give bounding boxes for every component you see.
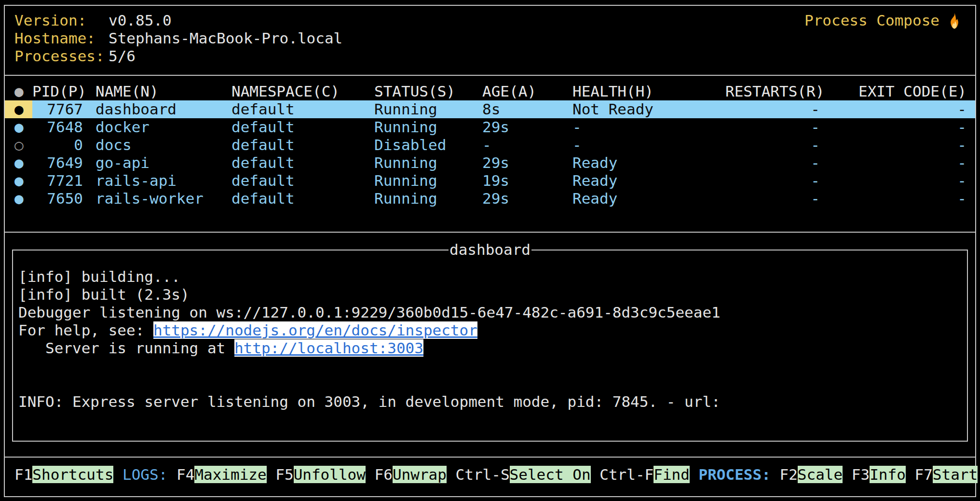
process-status-dot-icon: ○ bbox=[5, 136, 32, 154]
footer-section-label: LOGS: bbox=[122, 466, 167, 483]
process-age: 29s bbox=[482, 118, 572, 136]
process-row[interactable]: ● 7649 go-api default Running 29s Ready … bbox=[5, 154, 975, 172]
app-title: Process Compose bbox=[804, 12, 962, 29]
process-exit-code: - bbox=[825, 154, 974, 172]
footer-key-label: Ctrl-F bbox=[599, 466, 653, 483]
process-exit-code: - bbox=[825, 100, 974, 118]
footer-action-badge[interactable]: Start bbox=[933, 466, 978, 483]
process-status-dot-icon: ● bbox=[5, 154, 32, 172]
process-namespace: default bbox=[231, 100, 374, 118]
process-health: Ready bbox=[572, 190, 725, 208]
log-section: dashboard [info] building...[info] built… bbox=[5, 232, 975, 457]
process-name: rails-worker bbox=[83, 190, 231, 208]
footer-key-label: Ctrl-S bbox=[456, 466, 510, 483]
log-line: Server is running at http://localhost:30… bbox=[18, 339, 962, 357]
process-row[interactable]: ○ 0 docs default Disabled - - - - bbox=[5, 136, 975, 154]
process-status: Running bbox=[374, 100, 482, 118]
footer-spacer bbox=[447, 466, 456, 483]
process-age: 29s bbox=[482, 190, 572, 208]
process-row[interactable]: ● 7650 rails-worker default Running 29s … bbox=[5, 190, 975, 208]
process-restarts: - bbox=[725, 154, 825, 172]
hostname-row: Hostname: Stephans-MacBook-Pro.local bbox=[14, 29, 975, 47]
log-panel: dashboard [info] building...[info] built… bbox=[12, 250, 968, 442]
log-text: [info] built (2.3s) bbox=[18, 286, 190, 303]
process-status-dot-icon: ● bbox=[5, 100, 32, 118]
process-status: Running bbox=[374, 118, 482, 136]
processes-label: Processes: bbox=[14, 47, 109, 65]
footer-section-label: PROCESS: bbox=[699, 466, 771, 483]
process-exit-code: - bbox=[825, 136, 974, 154]
footer-key-label: F4 bbox=[177, 466, 194, 483]
process-restarts: - bbox=[725, 190, 825, 208]
header-status-dot-icon: ● bbox=[5, 83, 32, 100]
process-table-body: ● 7767 dashboard default Running 8s Not … bbox=[5, 100, 975, 208]
column-header-age[interactable]: AGE(A) bbox=[482, 83, 572, 100]
footer-action-badge[interactable]: Scale bbox=[798, 466, 843, 483]
footer-spacer bbox=[366, 466, 375, 483]
footer-key-label: F1 bbox=[14, 466, 32, 483]
process-namespace: default bbox=[231, 172, 374, 190]
log-line: INFO: Express server listening on 3003, … bbox=[18, 393, 962, 411]
process-status: Disabled bbox=[374, 136, 482, 154]
footer-spacer bbox=[591, 466, 600, 483]
log-text: [info] building... bbox=[18, 268, 180, 285]
footer-action-badge[interactable]: Unwrap bbox=[393, 466, 447, 483]
footer-action-badge[interactable]: Find bbox=[653, 466, 690, 483]
log-text: Server is running at bbox=[18, 339, 234, 357]
hostname-value: Stephans-MacBook-Pro.local bbox=[109, 29, 342, 47]
process-status-dot-icon: ● bbox=[5, 118, 32, 136]
process-health: Ready bbox=[572, 172, 725, 190]
process-pid: 7650 bbox=[32, 190, 83, 208]
log-link[interactable]: https://nodejs.org/en/docs/inspector bbox=[153, 321, 477, 339]
log-line: [info] building... bbox=[18, 268, 962, 286]
column-header-restarts[interactable]: RESTARTS(R) bbox=[725, 83, 825, 100]
process-exit-code: - bbox=[825, 118, 974, 136]
process-age: 8s bbox=[482, 100, 572, 118]
footer-action-badge[interactable]: Info bbox=[870, 466, 906, 483]
footer-key-label: F5 bbox=[275, 466, 293, 483]
processes-value: 5/6 bbox=[109, 47, 136, 65]
process-exit-code: - bbox=[825, 190, 974, 208]
info-panel: Version: v0.85.0 Hostname: Stephans-MacB… bbox=[5, 6, 975, 75]
column-header-health[interactable]: HEALTH(H) bbox=[572, 83, 725, 100]
process-row[interactable]: ● 7721 rails-api default Running 19s Rea… bbox=[5, 172, 975, 190]
process-pid: 0 bbox=[32, 136, 83, 154]
process-age: - bbox=[482, 136, 572, 154]
column-header-namespace[interactable]: NAMESPACE(C) bbox=[231, 83, 374, 100]
process-restarts: - bbox=[725, 100, 825, 118]
footer-action-badge[interactable]: Maximize bbox=[194, 466, 266, 483]
log-text: Debugger listening on ws://127.0.0.1:922… bbox=[18, 304, 721, 321]
process-row[interactable]: ● 7648 docker default Running 29s - - - bbox=[5, 118, 975, 136]
column-header-name[interactable]: NAME(N) bbox=[83, 83, 231, 100]
process-restarts: - bbox=[725, 118, 825, 136]
log-panel-title: dashboard bbox=[449, 241, 531, 259]
column-header-exit-code[interactable]: EXIT CODE(E) bbox=[825, 83, 974, 100]
footer-action-badge[interactable]: Shortcuts bbox=[32, 466, 113, 483]
process-restarts: - bbox=[725, 136, 825, 154]
footer-spacer bbox=[167, 466, 177, 483]
process-namespace: default bbox=[231, 136, 374, 154]
footer-spacer bbox=[267, 466, 276, 483]
process-table: ● PID(P) NAME(N) NAMESPACE(C) STATUS(S) … bbox=[5, 75, 975, 232]
process-health: Ready bbox=[572, 154, 725, 172]
process-row[interactable]: ● 7767 dashboard default Running 8s Not … bbox=[5, 100, 975, 118]
process-namespace: default bbox=[231, 118, 374, 136]
column-header-pid[interactable]: PID(P) bbox=[32, 83, 83, 100]
footer-key-label: F6 bbox=[375, 466, 393, 483]
log-text: For help, see: bbox=[18, 321, 153, 339]
column-header-status[interactable]: STATUS(S) bbox=[374, 83, 482, 100]
footer-action-badge[interactable]: Select On bbox=[510, 466, 591, 483]
version-value: v0.85.0 bbox=[109, 12, 172, 29]
process-status-dot-icon: ● bbox=[5, 172, 32, 190]
log-content: [info] building...[info] built (2.3s)Deb… bbox=[13, 250, 967, 411]
log-line: For help, see: https://nodejs.org/en/doc… bbox=[18, 321, 962, 339]
log-line: Debugger listening on ws://127.0.0.1:922… bbox=[18, 304, 962, 321]
process-pid: 7649 bbox=[32, 154, 83, 172]
footer-spacer bbox=[771, 466, 780, 483]
footer-key-label: F7 bbox=[915, 466, 933, 483]
log-link[interactable]: http://localhost:3003 bbox=[234, 339, 423, 357]
process-name: rails-api bbox=[83, 172, 231, 190]
process-name: docker bbox=[83, 118, 231, 136]
process-age: 29s bbox=[482, 154, 572, 172]
footer-action-badge[interactable]: Unfollow bbox=[294, 466, 366, 483]
